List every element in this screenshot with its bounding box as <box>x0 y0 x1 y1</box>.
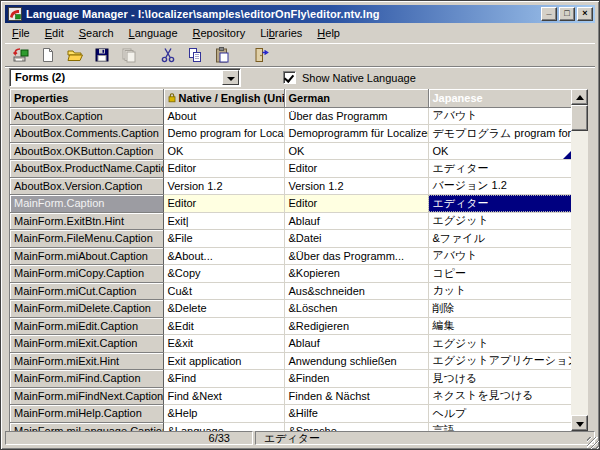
native-cell[interactable]: &Find <box>163 370 284 388</box>
native-cell[interactable]: &Edit <box>163 317 284 335</box>
german-cell[interactable]: Ablauf <box>284 212 428 230</box>
property-cell[interactable]: MainForm.ExitBtn.Hint <box>10 212 163 230</box>
japanese-cell[interactable]: バージョン 1.2 <box>428 177 571 195</box>
japanese-cell[interactable]: コピー <box>428 265 571 283</box>
native-cell[interactable]: Find &Next <box>163 387 284 405</box>
german-cell[interactable]: &Redigieren <box>284 317 428 335</box>
german-cell[interactable]: Demoprogramm für Localizer <box>284 125 428 143</box>
scrollbar-thumb[interactable] <box>571 105 588 131</box>
property-cell[interactable]: AboutBox.Caption <box>10 107 163 125</box>
japanese-cell[interactable]: 削除 <box>428 300 571 318</box>
property-cell[interactable]: MainForm.FileMenu.Caption <box>10 230 163 248</box>
japanese-cell[interactable]: OK <box>428 142 571 160</box>
native-cell[interactable]: Demo program for Localize <box>163 125 284 143</box>
japanese-cell[interactable]: エグジットアプリケーション <box>428 352 571 370</box>
german-cell[interactable]: &Löschen <box>284 300 428 318</box>
german-cell[interactable]: Aus&schneiden <box>284 282 428 300</box>
property-cell[interactable]: MainForm.miCopy.Caption <box>10 265 163 283</box>
scroll-down-button[interactable] <box>571 415 588 431</box>
paste-button[interactable] <box>210 45 234 66</box>
column-header-native[interactable]: Native / English (Unite <box>163 89 284 107</box>
native-cell[interactable]: &Help <box>163 405 284 423</box>
forms-combobox[interactable]: Forms (2) <box>9 68 241 87</box>
cut-button[interactable] <box>156 45 180 66</box>
property-cell[interactable]: MainForm.miAbout.Caption <box>10 247 163 265</box>
property-cell[interactable]: MainForm.miExit.Caption <box>10 335 163 353</box>
japanese-cell[interactable]: エグジット <box>428 212 571 230</box>
property-cell[interactable]: AboutBox.OKButton.Caption <box>10 142 163 160</box>
japanese-cell[interactable]: ヘルプ <box>428 405 571 423</box>
japanese-cell[interactable]: カット <box>428 282 571 300</box>
property-cell[interactable]: MainForm.Caption <box>10 195 163 213</box>
property-cell[interactable]: MainForm.miExit.Hint <box>10 352 163 370</box>
maximize-button[interactable]: □ <box>559 7 575 21</box>
minimize-button[interactable]: _ <box>541 7 557 21</box>
japanese-cell[interactable]: &ファイル <box>428 230 571 248</box>
native-cell[interactable]: &Language <box>163 422 284 431</box>
update-project-button[interactable] <box>9 45 33 66</box>
save-button[interactable] <box>90 45 114 66</box>
native-cell[interactable]: Editor <box>163 160 284 178</box>
menu-edit[interactable]: Edit <box>38 25 72 41</box>
native-cell[interactable]: Cu&t <box>163 282 284 300</box>
show-native-label[interactable]: Show Native Language <box>302 72 416 84</box>
native-cell[interactable]: Exit| <box>163 212 284 230</box>
german-cell[interactable]: OK <box>284 142 428 160</box>
german-cell[interactable]: &Hilfe <box>284 405 428 423</box>
native-cell[interactable]: About <box>163 107 284 125</box>
japanese-cell[interactable]: 言語 <box>428 422 571 431</box>
new-button[interactable] <box>36 45 60 66</box>
japanese-cell[interactable]: 編集 <box>428 317 571 335</box>
german-cell[interactable]: Anwendung schließen <box>284 352 428 370</box>
vertical-scrollbar[interactable] <box>571 89 588 431</box>
property-cell[interactable]: MainForm.miFindNext.Caption <box>10 387 163 405</box>
japanese-cell[interactable]: エグジット <box>428 335 571 353</box>
native-cell[interactable]: &About... <box>163 247 284 265</box>
menu-language[interactable]: Language <box>122 25 186 41</box>
native-cell[interactable]: &Delete <box>163 300 284 318</box>
german-cell[interactable]: Finden & Nächst <box>284 387 428 405</box>
property-cell[interactable]: MainForm.miCut.Caption <box>10 282 163 300</box>
column-header-japanese[interactable]: Japanese <box>428 89 571 107</box>
native-cell[interactable]: OK <box>163 142 284 160</box>
property-cell[interactable]: AboutBox.Comments.Caption <box>10 125 163 143</box>
german-cell[interactable]: &Finden <box>284 370 428 388</box>
german-cell[interactable]: Version 1.2 <box>284 177 428 195</box>
open-button[interactable] <box>63 45 87 66</box>
resize-grip[interactable] <box>587 437 599 449</box>
native-cell[interactable]: Exit application <box>163 352 284 370</box>
menu-file[interactable]: File <box>5 25 38 41</box>
japanese-cell[interactable]: エディター <box>428 195 571 213</box>
german-cell[interactable]: &Datei <box>284 230 428 248</box>
menu-search[interactable]: Search <box>72 25 122 41</box>
german-cell[interactable]: Über das Programm <box>284 107 428 125</box>
column-header-german[interactable]: German <box>284 89 428 107</box>
native-cell[interactable]: &File <box>163 230 284 248</box>
german-cell[interactable]: Ablauf <box>284 335 428 353</box>
property-cell[interactable]: AboutBox.ProductName.Caption <box>10 160 163 178</box>
show-native-checkbox[interactable] <box>283 71 296 84</box>
property-cell[interactable]: AboutBox.Version.Caption <box>10 177 163 195</box>
property-cell[interactable]: MainForm.miDelete.Caption <box>10 300 163 318</box>
property-cell[interactable]: MainForm.miLanguage.Caption <box>10 422 163 431</box>
close-button[interactable]: × <box>577 7 593 21</box>
native-cell[interactable]: Editor <box>163 195 284 213</box>
property-cell[interactable]: MainForm.miHelp.Caption <box>10 405 163 423</box>
title-bar[interactable]: Language Manager - I:\localizer\samples\… <box>5 5 595 23</box>
japanese-cell[interactable]: 見つける <box>428 370 571 388</box>
native-cell[interactable]: Version 1.2 <box>163 177 284 195</box>
column-header-properties[interactable]: Properties <box>10 89 163 107</box>
german-cell[interactable]: &Sprache <box>284 422 428 431</box>
japanese-cell[interactable]: ネクストを見つける <box>428 387 571 405</box>
menu-libraries[interactable]: Libraries <box>253 25 310 41</box>
japanese-cell[interactable]: アバウト <box>428 107 571 125</box>
native-cell[interactable]: &Copy <box>163 265 284 283</box>
german-cell[interactable]: Editor <box>284 195 428 213</box>
native-cell[interactable]: E&xit <box>163 335 284 353</box>
copies-button[interactable] <box>117 45 141 66</box>
japanese-cell[interactable]: エディター <box>428 160 571 178</box>
japanese-cell[interactable]: アバウト <box>428 247 571 265</box>
copy-button[interactable] <box>183 45 207 66</box>
german-cell[interactable]: &Kopieren <box>284 265 428 283</box>
german-cell[interactable]: Editor <box>284 160 428 178</box>
